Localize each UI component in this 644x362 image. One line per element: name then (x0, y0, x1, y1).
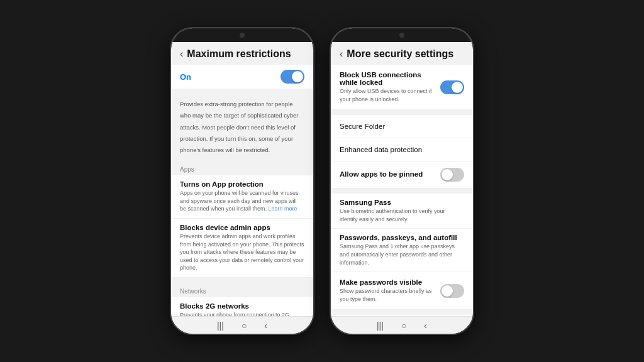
nav-bars-icon-left[interactable]: ||| (217, 321, 224, 331)
nav-bars-icon-right[interactable]: ||| (377, 321, 384, 331)
screen-left: ‹ Maximum restrictions On Provides extra… (171, 42, 313, 334)
setting-block-2g-title: Blocks 2G networks (180, 302, 304, 310)
setting-make-passwords-desc: Show password characters briefly as you … (340, 287, 435, 303)
setting-secure-folder-title: Secure Folder (340, 123, 464, 130)
setting-app-protection-title: Turns on App protection (180, 180, 304, 188)
back-arrow-right[interactable]: ‹ (340, 48, 343, 60)
phone-right: ‹ More security settings Block USB conne… (330, 27, 474, 335)
page-title-right: More security settings (347, 48, 453, 60)
setting-samsung-pass-desc: Use biometric authentication to verify y… (340, 207, 464, 223)
camera-dot-right (399, 33, 404, 38)
nav-back-icon-right[interactable]: ‹ (424, 321, 427, 331)
setting-block-admin-title: Blocks device admin apps (180, 224, 304, 231)
nav-bar-left: ||| ○ ‹ (171, 316, 313, 334)
setting-secure-folder[interactable]: Secure Folder (331, 115, 473, 138)
phones-container: ‹ Maximum restrictions On Provides extra… (170, 27, 474, 335)
setting-passwords-autofill[interactable]: Passwords, passkeys, and autofill Samsun… (331, 229, 473, 272)
setting-app-protection-desc: Apps on your phone will be scanned for v… (180, 189, 304, 213)
toggle-knob-usb (452, 82, 463, 93)
toggle-knob-passwords (441, 285, 453, 297)
setting-row-allow-pin[interactable]: Allow apps to be pinned (331, 162, 473, 189)
screen-right: ‹ More security settings Block USB conne… (331, 42, 473, 334)
page-header-right: ‹ More security settings (331, 42, 473, 65)
setting-block-usb-desc: Only allow USB devices to connect if you… (340, 87, 435, 103)
phone-left: ‹ Maximum restrictions On Provides extra… (170, 27, 314, 335)
setting-passwords-title: Passwords, passkeys, and autofill (340, 234, 464, 241)
setting-block-2g: Blocks 2G networks Prevents your phone f… (171, 297, 313, 316)
toggle-block-usb[interactable] (440, 80, 464, 94)
setting-row-allow-pin-left: Allow apps to be pinned (340, 170, 440, 179)
nav-bar-right: ||| ○ ‹ (331, 316, 473, 334)
nav-home-icon-right[interactable]: ○ (401, 321, 406, 331)
main-description: Provides extra-strong protection for peo… (180, 101, 299, 153)
setting-enhanced-data-title: Enhanced data protection (340, 146, 464, 153)
nav-back-icon-left[interactable]: ‹ (264, 321, 267, 331)
section-label-networks: Networks (171, 283, 313, 297)
setting-passwords-desc: Samsung Pass and 1 other app use passkey… (340, 243, 464, 266)
setting-row-make-passwords[interactable]: Make passwords visible Show password cha… (331, 272, 473, 310)
nav-home-icon-left[interactable]: ○ (242, 321, 247, 331)
learn-more-link[interactable]: Learn more (269, 206, 297, 212)
setting-row-block-usb[interactable]: Block USB connections while locked Only … (331, 65, 473, 110)
spacer-1 (171, 278, 313, 283)
setting-block-usb-title: Block USB connections while locked (340, 71, 435, 86)
setting-block-admin: Blocks device admin apps Prevents device… (171, 219, 313, 278)
setting-row-make-passwords-left: Make passwords visible Show password cha… (340, 278, 440, 303)
main-toggle[interactable] (280, 70, 304, 84)
toggle-make-passwords[interactable] (440, 284, 464, 298)
camera-bar-right (331, 28, 473, 42)
spacer-r2 (331, 189, 473, 194)
spacer-r1 (331, 110, 473, 115)
camera-bar-left (171, 28, 313, 42)
setting-block-2g-desc: Prevents your phone from connecting to 2… (180, 311, 304, 316)
setting-enhanced-data[interactable]: Enhanced data protection (331, 138, 473, 162)
page-title-left: Maximum restrictions (187, 48, 291, 60)
setting-samsung-pass-title: Samsung Pass (340, 199, 464, 206)
on-toggle-row[interactable]: On (171, 65, 313, 89)
page-header-left: ‹ Maximum restrictions (171, 42, 313, 65)
setting-app-protection: Turns on App protection Apps on your pho… (171, 175, 313, 219)
toggle-knob (292, 71, 303, 82)
toggle-allow-pin[interactable] (440, 168, 464, 182)
setting-make-passwords-title: Make passwords visible (340, 278, 435, 286)
toggle-label: On (180, 72, 191, 82)
setting-allow-pin-title: Allow apps to be pinned (340, 170, 435, 178)
setting-row-block-usb-left: Block USB connections while locked Only … (340, 71, 440, 103)
setting-samsung-pass[interactable]: Samsung Pass Use biometric authenticatio… (331, 194, 473, 229)
section-label-apps: Apps (171, 161, 313, 175)
spacer-r3 (331, 310, 473, 315)
camera-dot-left (240, 33, 245, 38)
main-description-block: Provides extra-strong protection for peo… (171, 94, 313, 161)
setting-block-admin-desc: Prevents device admin apps and work prof… (180, 233, 304, 272)
toggle-knob-pin (441, 169, 453, 180)
back-arrow-left[interactable]: ‹ (180, 48, 183, 60)
